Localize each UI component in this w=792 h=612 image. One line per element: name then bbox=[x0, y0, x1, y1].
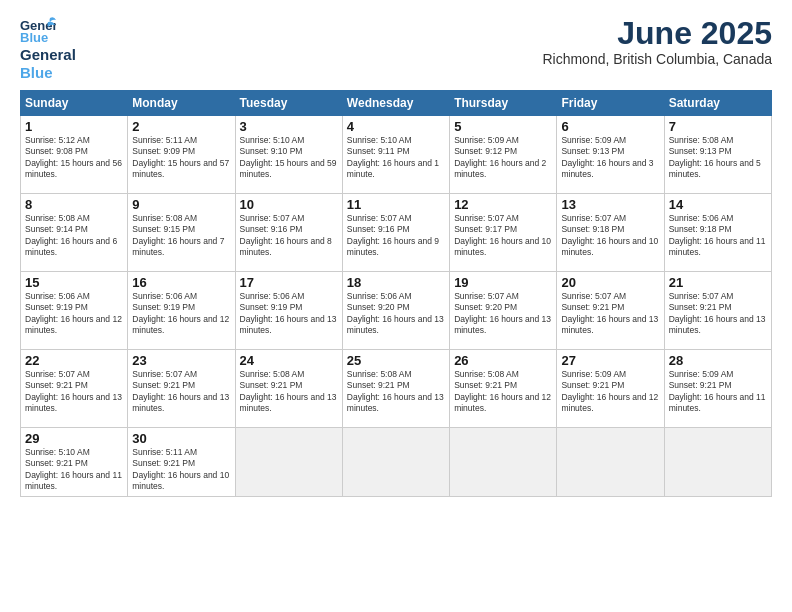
day-number: 17 bbox=[240, 275, 338, 290]
table-row: 26 Sunrise: 5:08 AM Sunset: 9:21 PM Dayl… bbox=[450, 350, 557, 428]
table-row: 2 Sunrise: 5:11 AM Sunset: 9:09 PM Dayli… bbox=[128, 116, 235, 194]
day-number: 8 bbox=[25, 197, 123, 212]
table-row: 11 Sunrise: 5:07 AM Sunset: 9:16 PM Dayl… bbox=[342, 194, 449, 272]
day-info: Sunrise: 5:07 AM Sunset: 9:21 PM Dayligh… bbox=[669, 291, 767, 337]
day-info: Sunrise: 5:07 AM Sunset: 9:16 PM Dayligh… bbox=[240, 213, 338, 259]
day-number: 24 bbox=[240, 353, 338, 368]
day-number: 6 bbox=[561, 119, 659, 134]
col-wednesday: Wednesday bbox=[342, 91, 449, 116]
day-number: 14 bbox=[669, 197, 767, 212]
day-number: 1 bbox=[25, 119, 123, 134]
day-info: Sunrise: 5:06 AM Sunset: 9:19 PM Dayligh… bbox=[240, 291, 338, 337]
day-info: Sunrise: 5:08 AM Sunset: 9:15 PM Dayligh… bbox=[132, 213, 230, 259]
day-info: Sunrise: 5:07 AM Sunset: 9:21 PM Dayligh… bbox=[132, 369, 230, 415]
table-row bbox=[235, 428, 342, 497]
day-info: Sunrise: 5:07 AM Sunset: 9:20 PM Dayligh… bbox=[454, 291, 552, 337]
day-info: Sunrise: 5:08 AM Sunset: 9:21 PM Dayligh… bbox=[454, 369, 552, 415]
day-number: 23 bbox=[132, 353, 230, 368]
day-info: Sunrise: 5:12 AM Sunset: 9:08 PM Dayligh… bbox=[25, 135, 123, 181]
day-info: Sunrise: 5:10 AM Sunset: 9:11 PM Dayligh… bbox=[347, 135, 445, 181]
day-info: Sunrise: 5:10 AM Sunset: 9:21 PM Dayligh… bbox=[25, 447, 123, 493]
table-row: 12 Sunrise: 5:07 AM Sunset: 9:17 PM Dayl… bbox=[450, 194, 557, 272]
page-title: June 2025 bbox=[542, 16, 772, 51]
day-info: Sunrise: 5:07 AM Sunset: 9:21 PM Dayligh… bbox=[561, 291, 659, 337]
table-row bbox=[342, 428, 449, 497]
day-number: 22 bbox=[25, 353, 123, 368]
col-monday: Monday bbox=[128, 91, 235, 116]
logo: General Blue General Blue bbox=[20, 16, 76, 82]
svg-text:Blue: Blue bbox=[20, 30, 48, 45]
col-friday: Friday bbox=[557, 91, 664, 116]
day-number: 12 bbox=[454, 197, 552, 212]
day-info: Sunrise: 5:08 AM Sunset: 9:14 PM Dayligh… bbox=[25, 213, 123, 259]
day-number: 30 bbox=[132, 431, 230, 446]
day-number: 27 bbox=[561, 353, 659, 368]
table-row: 29 Sunrise: 5:10 AM Sunset: 9:21 PM Dayl… bbox=[21, 428, 128, 497]
table-row: 19 Sunrise: 5:07 AM Sunset: 9:20 PM Dayl… bbox=[450, 272, 557, 350]
day-info: Sunrise: 5:06 AM Sunset: 9:19 PM Dayligh… bbox=[132, 291, 230, 337]
col-tuesday: Tuesday bbox=[235, 91, 342, 116]
day-number: 7 bbox=[669, 119, 767, 134]
calendar-row: 29 Sunrise: 5:10 AM Sunset: 9:21 PM Dayl… bbox=[21, 428, 772, 497]
table-row: 15 Sunrise: 5:06 AM Sunset: 9:19 PM Dayl… bbox=[21, 272, 128, 350]
day-info: Sunrise: 5:10 AM Sunset: 9:10 PM Dayligh… bbox=[240, 135, 338, 181]
table-row: 7 Sunrise: 5:08 AM Sunset: 9:13 PM Dayli… bbox=[664, 116, 771, 194]
table-row: 24 Sunrise: 5:08 AM Sunset: 9:21 PM Dayl… bbox=[235, 350, 342, 428]
table-row: 21 Sunrise: 5:07 AM Sunset: 9:21 PM Dayl… bbox=[664, 272, 771, 350]
day-number: 16 bbox=[132, 275, 230, 290]
logo-blue: Blue bbox=[20, 64, 53, 81]
table-row bbox=[450, 428, 557, 497]
day-info: Sunrise: 5:07 AM Sunset: 9:17 PM Dayligh… bbox=[454, 213, 552, 259]
day-info: Sunrise: 5:07 AM Sunset: 9:21 PM Dayligh… bbox=[25, 369, 123, 415]
table-row: 5 Sunrise: 5:09 AM Sunset: 9:12 PM Dayli… bbox=[450, 116, 557, 194]
day-number: 21 bbox=[669, 275, 767, 290]
day-number: 29 bbox=[25, 431, 123, 446]
table-row: 18 Sunrise: 5:06 AM Sunset: 9:20 PM Dayl… bbox=[342, 272, 449, 350]
calendar-header-row: Sunday Monday Tuesday Wednesday Thursday… bbox=[21, 91, 772, 116]
table-row: 22 Sunrise: 5:07 AM Sunset: 9:21 PM Dayl… bbox=[21, 350, 128, 428]
table-row: 23 Sunrise: 5:07 AM Sunset: 9:21 PM Dayl… bbox=[128, 350, 235, 428]
day-number: 18 bbox=[347, 275, 445, 290]
page-subtitle: Richmond, British Columbia, Canada bbox=[542, 51, 772, 67]
table-row: 8 Sunrise: 5:08 AM Sunset: 9:14 PM Dayli… bbox=[21, 194, 128, 272]
day-number: 15 bbox=[25, 275, 123, 290]
day-number: 9 bbox=[132, 197, 230, 212]
day-number: 11 bbox=[347, 197, 445, 212]
day-number: 13 bbox=[561, 197, 659, 212]
col-saturday: Saturday bbox=[664, 91, 771, 116]
table-row: 30 Sunrise: 5:11 AM Sunset: 9:21 PM Dayl… bbox=[128, 428, 235, 497]
logo-icon: General Blue bbox=[20, 16, 56, 46]
calendar-table: Sunday Monday Tuesday Wednesday Thursday… bbox=[20, 90, 772, 497]
day-info: Sunrise: 5:06 AM Sunset: 9:20 PM Dayligh… bbox=[347, 291, 445, 337]
day-info: Sunrise: 5:09 AM Sunset: 9:21 PM Dayligh… bbox=[669, 369, 767, 415]
table-row: 10 Sunrise: 5:07 AM Sunset: 9:16 PM Dayl… bbox=[235, 194, 342, 272]
day-info: Sunrise: 5:06 AM Sunset: 9:19 PM Dayligh… bbox=[25, 291, 123, 337]
table-row bbox=[664, 428, 771, 497]
table-row: 6 Sunrise: 5:09 AM Sunset: 9:13 PM Dayli… bbox=[557, 116, 664, 194]
calendar-row: 22 Sunrise: 5:07 AM Sunset: 9:21 PM Dayl… bbox=[21, 350, 772, 428]
day-number: 3 bbox=[240, 119, 338, 134]
day-info: Sunrise: 5:11 AM Sunset: 9:21 PM Dayligh… bbox=[132, 447, 230, 493]
day-info: Sunrise: 5:09 AM Sunset: 9:21 PM Dayligh… bbox=[561, 369, 659, 415]
day-info: Sunrise: 5:07 AM Sunset: 9:18 PM Dayligh… bbox=[561, 213, 659, 259]
table-row: 3 Sunrise: 5:10 AM Sunset: 9:10 PM Dayli… bbox=[235, 116, 342, 194]
calendar-row: 1 Sunrise: 5:12 AM Sunset: 9:08 PM Dayli… bbox=[21, 116, 772, 194]
table-row: 1 Sunrise: 5:12 AM Sunset: 9:08 PM Dayli… bbox=[21, 116, 128, 194]
calendar-page: General Blue General Blue June 2025 Rich… bbox=[0, 0, 792, 612]
table-row: 14 Sunrise: 5:06 AM Sunset: 9:18 PM Dayl… bbox=[664, 194, 771, 272]
day-number: 25 bbox=[347, 353, 445, 368]
day-number: 10 bbox=[240, 197, 338, 212]
table-row: 9 Sunrise: 5:08 AM Sunset: 9:15 PM Dayli… bbox=[128, 194, 235, 272]
day-info: Sunrise: 5:08 AM Sunset: 9:21 PM Dayligh… bbox=[240, 369, 338, 415]
table-row: 25 Sunrise: 5:08 AM Sunset: 9:21 PM Dayl… bbox=[342, 350, 449, 428]
day-info: Sunrise: 5:07 AM Sunset: 9:16 PM Dayligh… bbox=[347, 213, 445, 259]
col-thursday: Thursday bbox=[450, 91, 557, 116]
table-row: 17 Sunrise: 5:06 AM Sunset: 9:19 PM Dayl… bbox=[235, 272, 342, 350]
page-header: General Blue General Blue June 2025 Rich… bbox=[20, 16, 772, 82]
calendar-row: 8 Sunrise: 5:08 AM Sunset: 9:14 PM Dayli… bbox=[21, 194, 772, 272]
day-info: Sunrise: 5:08 AM Sunset: 9:13 PM Dayligh… bbox=[669, 135, 767, 181]
table-row bbox=[557, 428, 664, 497]
col-sunday: Sunday bbox=[21, 91, 128, 116]
table-row: 13 Sunrise: 5:07 AM Sunset: 9:18 PM Dayl… bbox=[557, 194, 664, 272]
day-number: 28 bbox=[669, 353, 767, 368]
